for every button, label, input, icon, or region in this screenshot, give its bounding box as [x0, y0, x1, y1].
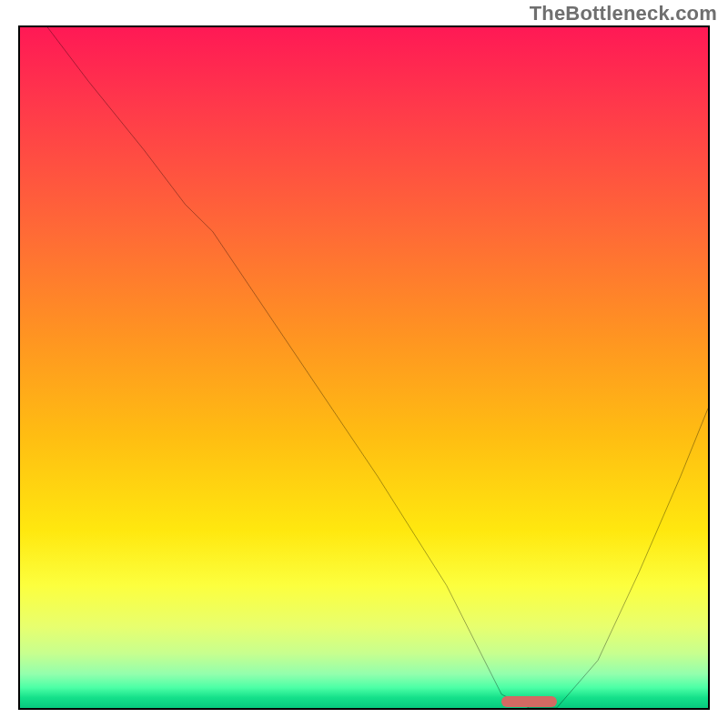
optimal-range-marker	[501, 696, 556, 707]
bottleneck-curve	[20, 27, 708, 708]
watermark-text: TheBottleneck.com	[530, 2, 717, 25]
chart-container: TheBottleneck.com	[0, 0, 728, 728]
plot-area	[18, 25, 710, 710]
